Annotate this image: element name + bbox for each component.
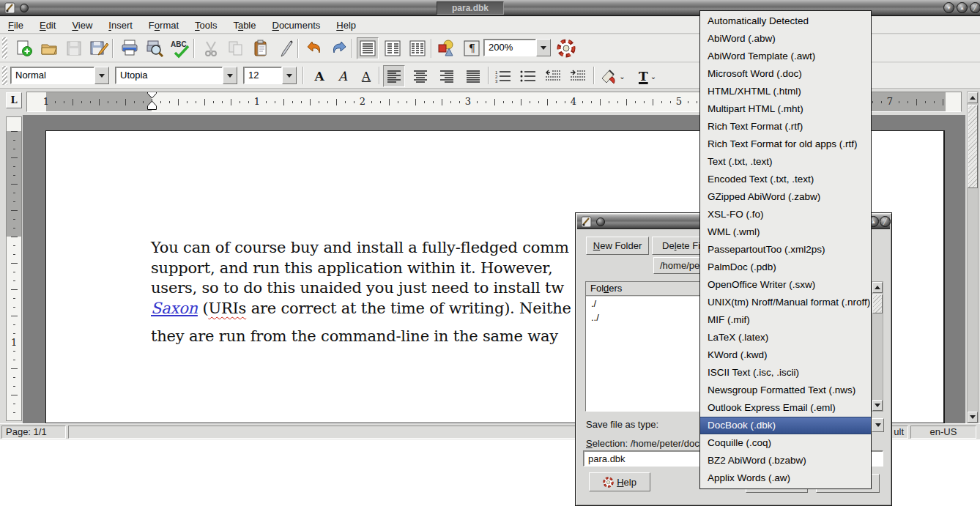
menu-item-help[interactable]: Help bbox=[328, 18, 364, 33]
scroll-down-button[interactable] bbox=[968, 412, 978, 423]
file-type-option[interactable]: BZ2 AbiWord (.bzabw) bbox=[700, 452, 871, 469]
file-type-option[interactable]: AbiWord Template (.awt) bbox=[700, 48, 871, 65]
style-dropdown-arrow[interactable] bbox=[94, 67, 109, 84]
size-combobox[interactable]: 12 bbox=[243, 67, 297, 84]
vertical-scrollbar[interactable] bbox=[967, 92, 979, 423]
window-menu-button[interactable] bbox=[20, 4, 29, 12]
file-type-option[interactable]: Newsgroup Formatted Text (.nws) bbox=[700, 382, 871, 399]
file-type-option[interactable]: GZipped AbiWord (.zabw) bbox=[700, 188, 871, 206]
underline-button[interactable]: A bbox=[355, 65, 377, 87]
chevron-down-icon[interactable]: ⌄ bbox=[619, 73, 625, 81]
file-type-option[interactable]: Rich Text Format (.rtf) bbox=[700, 118, 871, 135]
two-columns-button[interactable] bbox=[382, 37, 404, 59]
file-type-option[interactable]: HTML/XHTML (.html) bbox=[700, 83, 871, 100]
hyperlink[interactable]: Saxon bbox=[151, 300, 198, 317]
file-type-dropdown-arrow[interactable] bbox=[872, 418, 884, 432]
three-columns-button[interactable] bbox=[407, 37, 428, 59]
menu-item-format[interactable]: Format bbox=[141, 18, 187, 33]
numbered-list-button[interactable]: 123 bbox=[492, 65, 514, 87]
font-value[interactable]: Utopia bbox=[115, 67, 223, 84]
zoom-combobox[interactable]: 200% bbox=[483, 39, 551, 56]
bold-button[interactable]: A bbox=[308, 65, 330, 87]
file-type-option[interactable]: PalmDoc (.pdb) bbox=[700, 259, 871, 276]
files-scrollbar[interactable] bbox=[872, 281, 883, 412]
file-type-option[interactable]: Rich Text Format for old apps (.rtf) bbox=[700, 135, 871, 153]
show-formatting-button[interactable]: ¶ bbox=[461, 37, 483, 59]
close-button[interactable]: ╱ bbox=[970, 2, 980, 13]
file-type-option[interactable]: Coquille (.coq) bbox=[700, 434, 871, 452]
file-type-option[interactable]: UNIX(tm) Nroff/Manual format (.nroff) bbox=[700, 294, 871, 311]
help-button[interactable] bbox=[555, 37, 577, 59]
open-button[interactable] bbox=[38, 37, 60, 59]
font-dropdown-arrow[interactable] bbox=[223, 67, 237, 84]
dialog-menu-button[interactable] bbox=[596, 218, 605, 226]
align-justify-button[interactable] bbox=[462, 65, 484, 87]
file-type-option[interactable]: Applix Words (.aw) bbox=[700, 469, 871, 487]
font-color-button[interactable]: T ⌄ bbox=[634, 65, 661, 87]
save-button[interactable] bbox=[63, 37, 85, 59]
cut-button[interactable] bbox=[200, 37, 222, 59]
scrollbar-thumb[interactable] bbox=[968, 105, 978, 188]
italic-button[interactable]: A bbox=[332, 65, 354, 87]
scroll-up-button[interactable] bbox=[968, 92, 978, 103]
file-type-option[interactable]: DocBook (.dbk) bbox=[700, 417, 871, 434]
dialog-close-button[interactable]: ╱ bbox=[880, 216, 891, 227]
menu-item-view[interactable]: View bbox=[64, 18, 100, 33]
file-type-option[interactable]: Microsoft Word (.doc) bbox=[700, 65, 871, 83]
files-scroll-down-button[interactable] bbox=[872, 400, 883, 411]
files-scroll-up-button[interactable] bbox=[872, 282, 883, 293]
spellcheck-button[interactable]: ABC bbox=[168, 37, 190, 59]
file-type-option[interactable]: Text (.txt, .text) bbox=[700, 153, 871, 171]
file-type-option[interactable]: Automatically Detected bbox=[700, 12, 871, 30]
print-preview-button[interactable] bbox=[144, 37, 166, 59]
new-folder-button[interactable]: New Folder bbox=[586, 237, 649, 255]
increase-indent-button[interactable] bbox=[567, 65, 589, 87]
file-type-option[interactable]: ISCII Text (.isc, .iscii) bbox=[700, 364, 871, 382]
tab-selector-button[interactable]: L bbox=[6, 92, 22, 108]
copy-button[interactable] bbox=[225, 37, 247, 59]
vertical-ruler[interactable]: 1 bbox=[6, 116, 22, 421]
menu-item-edit[interactable]: Edit bbox=[31, 18, 64, 33]
paste-button[interactable] bbox=[250, 37, 272, 59]
size-dropdown-arrow[interactable] bbox=[282, 67, 297, 84]
style-combobox[interactable]: Normal bbox=[10, 67, 109, 84]
highlight-color-button[interactable]: ⌄ bbox=[599, 65, 626, 87]
file-type-option[interactable]: Outlook Express Email (.eml) bbox=[700, 399, 871, 417]
new-document-button[interactable] bbox=[13, 37, 35, 59]
size-value[interactable]: 12 bbox=[243, 67, 282, 84]
menu-item-table[interactable]: Table bbox=[225, 18, 264, 33]
align-right-button[interactable] bbox=[436, 65, 458, 87]
align-center-button[interactable] bbox=[409, 65, 431, 87]
save-as-button[interactable] bbox=[88, 37, 110, 59]
print-button[interactable] bbox=[119, 37, 141, 59]
language-indicator[interactable]: en-US bbox=[910, 426, 976, 439]
font-combobox[interactable]: Utopia bbox=[115, 67, 237, 84]
toolbar-grip[interactable] bbox=[2, 66, 7, 85]
file-type-option[interactable]: WML (.wml) bbox=[700, 223, 871, 241]
menu-item-documents[interactable]: Documents bbox=[264, 18, 329, 33]
file-type-option[interactable]: Multipart HTML (.mht) bbox=[700, 100, 871, 118]
abiword-app-icon[interactable] bbox=[4, 2, 16, 14]
align-left-button[interactable] bbox=[383, 65, 405, 87]
file-type-option[interactable]: OpenOffice Writer (.sxw) bbox=[700, 276, 871, 294]
file-type-option[interactable]: LaTeX (.latex) bbox=[700, 329, 871, 346]
bullet-list-button[interactable] bbox=[517, 65, 539, 87]
dialog-help-button[interactable]: Help bbox=[589, 472, 650, 491]
menu-item-file[interactable]: File bbox=[0, 18, 31, 33]
insert-symbol-button[interactable] bbox=[436, 37, 458, 59]
menu-item-tools[interactable]: Tools bbox=[187, 18, 225, 33]
menu-item-insert[interactable]: Insert bbox=[100, 18, 141, 33]
toolbar-grip[interactable] bbox=[2, 37, 7, 59]
chevron-down-icon[interactable]: ⌄ bbox=[650, 73, 656, 81]
file-type-option[interactable]: XSL-FO (.fo) bbox=[700, 206, 871, 223]
file-type-option[interactable]: MIF (.mif) bbox=[700, 311, 871, 329]
undo-button[interactable] bbox=[303, 37, 325, 59]
zoom-dropdown-arrow[interactable] bbox=[536, 39, 551, 56]
file-type-option[interactable]: Encoded Text (.txt, .text) bbox=[700, 171, 871, 188]
file-type-option[interactable]: KWord (.kwd) bbox=[700, 346, 871, 364]
indent-markers[interactable] bbox=[146, 92, 157, 111]
zoom-value[interactable]: 200% bbox=[483, 39, 536, 56]
maximize-button[interactable]: ▴ bbox=[957, 2, 968, 13]
redo-button[interactable] bbox=[328, 37, 350, 59]
decrease-indent-button[interactable] bbox=[542, 65, 564, 87]
